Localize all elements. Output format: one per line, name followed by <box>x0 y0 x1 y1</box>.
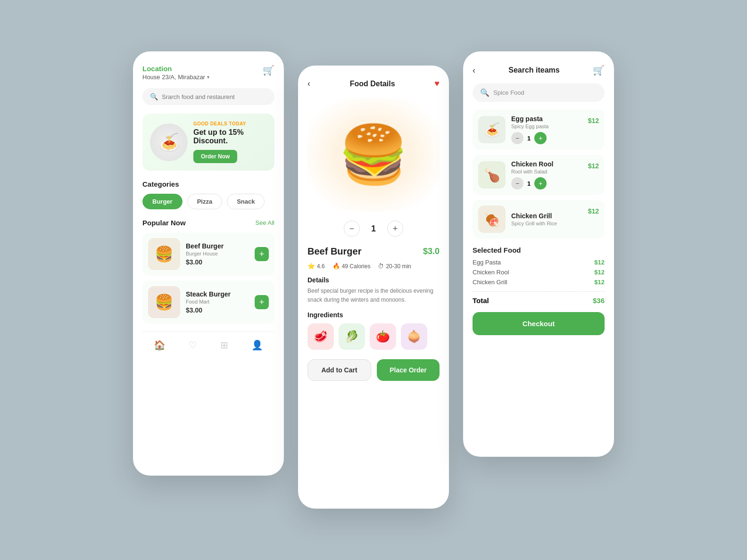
selected-egg-pasta-price: $12 <box>594 259 605 266</box>
chicken-rool-decrease[interactable]: − <box>511 177 523 189</box>
selected-chicken-rool-name: Chicken Rool <box>473 269 509 276</box>
selected-food-title: Selected Food <box>473 246 605 254</box>
chevron-down-icon[interactable]: ▾ <box>207 74 209 80</box>
selected-chicken-grill: Chicken Grill $12 <box>473 279 605 286</box>
category-burger[interactable]: Burger <box>142 194 183 209</box>
egg-pasta-decrease[interactable]: − <box>511 132 523 144</box>
details-section: Details Beef special burger recipe is th… <box>307 276 440 305</box>
quantity-controls: − 1 + <box>307 221 440 237</box>
category-pizza[interactable]: Pizza <box>187 194 223 209</box>
search-back-button[interactable]: ‹ <box>473 66 475 75</box>
food-details-header: ‹ Food Details ♥ <box>307 79 440 89</box>
beef-burger-sub: Burger House <box>186 251 249 256</box>
food-card-beef-burger: 🍔 Beef Burger Burger House $3.00 + <box>142 232 274 276</box>
chicken-grill-name: Chicken Grill <box>511 212 582 220</box>
steack-burger-sub: Food Mart <box>186 299 249 305</box>
search-cart-icon[interactable]: 🛒 <box>593 65 605 76</box>
chicken-rool-increase[interactable]: + <box>534 177 547 189</box>
cart-icon[interactable]: 🛒 <box>263 65 274 76</box>
phone-search: ‹ Search iteams 🛒 🔍 🍝 Egg pasta Spicy Eg… <box>463 51 614 457</box>
beef-burger-name: Beef Burger <box>186 242 249 250</box>
search-header: ‹ Search iteams 🛒 <box>473 65 605 76</box>
calories-meta: 🔥 49 Calories <box>332 263 371 270</box>
total-label: Total <box>473 296 489 305</box>
action-buttons: Add to Cart Place Order <box>307 359 440 381</box>
add-steack-burger-button[interactable]: + <box>255 295 269 309</box>
fire-icon: 🔥 <box>332 263 340 270</box>
popular-header: Popular Now See All <box>142 219 274 227</box>
qty-increase-button[interactable]: + <box>387 221 403 237</box>
food-card-steack-burger: 🍔 Steack Burger Food Mart $3.00 + <box>142 280 274 324</box>
egg-pasta-increase[interactable]: + <box>534 132 547 144</box>
result-egg-pasta: 🍝 Egg pasta Spicy Egg pasta − 1 + $12 <box>473 109 605 150</box>
steack-burger-image: 🍔 <box>148 286 180 318</box>
category-snack[interactable]: Snack <box>227 194 265 209</box>
chicken-grill-sub: Spicy Grill with Rice <box>511 221 582 226</box>
beef-burger-price: $3.00 <box>186 258 249 266</box>
checkout-button[interactable]: Checkout <box>473 312 605 335</box>
phone-food-details: ‹ Food Details ♥ 🍔 − 1 + Beef Burger $3.… <box>298 66 449 509</box>
selected-egg-pasta: Egg Pasta $12 <box>473 259 605 266</box>
place-order-button[interactable]: Place Order <box>377 359 440 381</box>
beef-burger-info: Beef Burger Burger House $3.00 <box>186 242 249 266</box>
search-items-input[interactable] <box>493 89 597 96</box>
egg-pasta-name: Egg pasta <box>511 115 582 123</box>
location-label: Location <box>142 65 209 73</box>
time-meta: ⏱ 20-30 min <box>378 263 411 270</box>
search-input[interactable] <box>162 93 267 100</box>
steack-burger-info: Steack Burger Food Mart $3.00 <box>186 290 249 314</box>
nav-profile-icon[interactable]: 👤 <box>251 339 263 351</box>
chicken-rool-image: 🍗 <box>478 161 506 189</box>
ingredient-lettuce: 🥬 <box>339 323 365 350</box>
details-text: Beef special burger recipe is the delici… <box>307 287 440 305</box>
banner-title: Get up to 15% Discount. <box>193 128 267 145</box>
ingredients-title: Ingredients <box>307 311 440 319</box>
nav-home-icon[interactable]: 🏠 <box>154 339 166 351</box>
steack-burger-name: Steack Burger <box>186 290 249 298</box>
beef-burger-image: 🍔 <box>148 238 180 270</box>
total-amount: $36 <box>593 296 605 305</box>
chicken-grill-price: $12 <box>588 207 599 215</box>
selected-food-section: Selected Food Egg Pasta $12 Chicken Rool… <box>473 246 605 286</box>
favorite-icon[interactable]: ♥ <box>434 79 440 89</box>
result-chicken-rool: 🍗 Chicken Rool Rool with Salad − 1 + $12 <box>473 155 605 195</box>
egg-pasta-price: $12 <box>588 117 599 124</box>
ingredient-onion: 🧅 <box>401 323 427 350</box>
location-block: Location House 23/A, Mirabazar ▾ <box>142 65 209 81</box>
steack-burger-price: $3.00 <box>186 306 249 314</box>
details-title: Details <box>307 276 440 284</box>
categories-title: Categories <box>142 180 274 188</box>
see-all-link[interactable]: See All <box>256 219 274 226</box>
banner-food-image: 🍝 <box>150 124 188 161</box>
food-detail-name-price-row: Beef Burger $3.0 <box>307 246 440 257</box>
back-button[interactable]: ‹ <box>307 79 310 89</box>
divider <box>473 291 605 292</box>
selected-chicken-rool: Chicken Rool $12 <box>473 269 605 276</box>
rating-meta: ⭐ 4.6 <box>307 263 325 270</box>
hero-food-image: 🍔 <box>307 98 440 211</box>
add-to-cart-button[interactable]: Add to Cart <box>307 359 371 381</box>
bottom-nav: 🏠 ♡ ⊞ 👤 <box>142 331 274 353</box>
nav-add-icon[interactable]: ⊞ <box>220 339 228 351</box>
total-row: Total $36 <box>473 296 605 305</box>
nav-favorites-icon[interactable]: ♡ <box>189 339 197 351</box>
ingredients-section: Ingredients 🥩 🥬 🍅 🧅 <box>307 311 440 350</box>
ingredients-list: 🥩 🥬 🍅 🧅 <box>307 323 440 350</box>
ingredient-meat: 🥩 <box>307 323 334 350</box>
order-now-button[interactable]: Order Now <box>193 150 237 163</box>
result-chicken-grill: 🍖 Chicken Grill Spicy Grill with Rice $1… <box>473 200 605 239</box>
egg-pasta-controls: − 1 + <box>511 132 582 144</box>
screens-container: Location House 23/A, Mirabazar ▾ 🛒 🔍 🍝 G… <box>133 51 614 509</box>
search-title: Search iteams <box>508 66 560 74</box>
clock-icon: ⏱ <box>378 263 384 270</box>
chicken-rool-name: Chicken Rool <box>511 160 582 168</box>
qty-decrease-button[interactable]: − <box>344 221 360 237</box>
food-detail-name: Beef Burger <box>307 246 361 257</box>
egg-pasta-sub: Spicy Egg pasta <box>511 124 582 129</box>
chicken-grill-image: 🍖 <box>478 206 506 233</box>
home-header: Location House 23/A, Mirabazar ▾ 🛒 <box>142 65 274 81</box>
egg-pasta-qty: 1 <box>527 135 531 142</box>
egg-pasta-info: Egg pasta Spicy Egg pasta − 1 + <box>511 115 582 144</box>
chicken-rool-qty: 1 <box>527 180 531 187</box>
add-beef-burger-button[interactable]: + <box>255 247 269 261</box>
